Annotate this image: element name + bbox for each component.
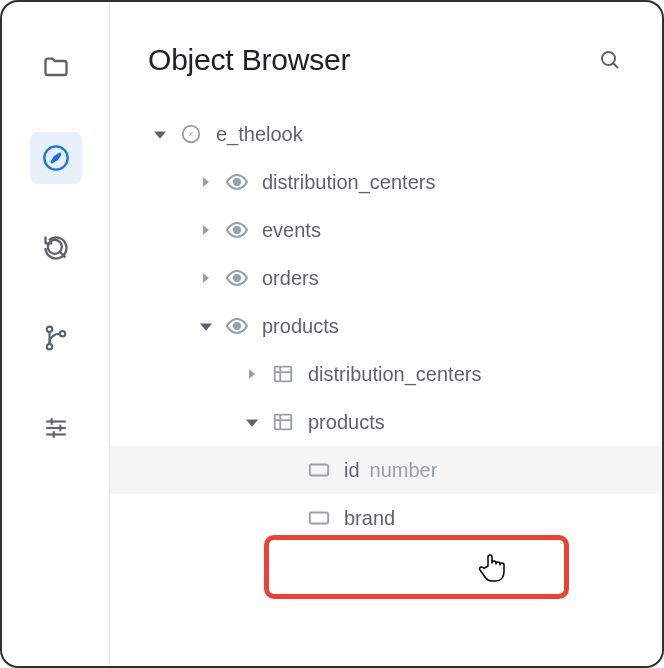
- field-label: brand: [344, 507, 395, 530]
- node-label: orders: [262, 267, 319, 290]
- svg-point-5: [46, 344, 51, 349]
- history-icon: [42, 234, 70, 262]
- search-icon: [598, 48, 622, 72]
- side-rail: [2, 2, 110, 666]
- tree-node-root[interactable]: e_thelook: [110, 110, 662, 158]
- svg-point-4: [46, 327, 51, 332]
- eye-icon: [224, 170, 250, 194]
- field-label: id: [344, 459, 360, 482]
- panel-header: Object Browser: [110, 2, 662, 90]
- tree-node-table[interactable]: products: [110, 398, 662, 446]
- node-label: distribution_centers: [262, 171, 435, 194]
- node-label: products: [262, 315, 339, 338]
- arrow-right-icon: [244, 368, 260, 380]
- table-icon: [270, 363, 296, 385]
- field-type: number: [370, 459, 438, 482]
- arrow-right-icon: [198, 272, 214, 284]
- search-button[interactable]: [592, 42, 628, 78]
- svg-line-14: [613, 63, 618, 68]
- node-label: products: [308, 411, 385, 434]
- arrow-down-icon: [198, 320, 214, 332]
- svg-point-25: [234, 323, 240, 329]
- sliders-icon: [43, 415, 69, 441]
- svg-marker-24: [200, 324, 212, 331]
- svg-marker-26: [249, 369, 255, 379]
- node-label: events: [262, 219, 321, 242]
- table-icon: [270, 411, 296, 433]
- main-panel: Object Browser e_thelook: [110, 2, 662, 666]
- svg-point-2: [47, 240, 61, 254]
- node-label: distribution_centers: [308, 363, 481, 386]
- arrow-right-icon: [198, 224, 214, 236]
- app-frame: Object Browser e_thelook: [0, 0, 664, 668]
- folder-icon: [42, 54, 70, 82]
- svg-rect-31: [275, 415, 292, 430]
- arrow-down-icon: [152, 128, 168, 140]
- svg-point-23: [234, 275, 240, 281]
- rail-folder[interactable]: [30, 42, 82, 94]
- svg-marker-1: [51, 153, 60, 162]
- compass-item-icon: [178, 123, 204, 145]
- tree-node-field[interactable]: brand: [110, 494, 662, 542]
- compass-icon: [42, 144, 70, 172]
- svg-point-19: [234, 179, 240, 185]
- tree-node-field-id[interactable]: id number: [110, 446, 662, 494]
- field-icon: [306, 510, 332, 526]
- panel-title: Object Browser: [148, 43, 592, 77]
- tree-node-view[interactable]: products: [110, 302, 662, 350]
- svg-rect-27: [275, 367, 292, 382]
- arrow-right-icon: [198, 176, 214, 188]
- svg-point-21: [234, 227, 240, 233]
- svg-marker-18: [203, 177, 209, 187]
- svg-rect-35: [310, 513, 328, 524]
- svg-marker-20: [203, 225, 209, 235]
- rail-sliders[interactable]: [30, 402, 82, 454]
- svg-point-6: [59, 331, 64, 336]
- node-label: e_thelook: [216, 123, 303, 146]
- tree-node-view[interactable]: distribution_centers: [110, 158, 662, 206]
- rail-branch[interactable]: [30, 312, 82, 364]
- svg-marker-17: [188, 131, 194, 137]
- eye-icon: [224, 218, 250, 242]
- svg-point-13: [602, 52, 615, 65]
- svg-marker-15: [154, 132, 166, 139]
- eye-icon: [224, 266, 250, 290]
- tree-node-view[interactable]: orders: [110, 254, 662, 302]
- rail-compass[interactable]: [30, 132, 82, 184]
- tree-node-table[interactable]: distribution_centers: [110, 350, 662, 398]
- svg-rect-34: [310, 465, 328, 476]
- object-tree: e_thelook distribution_centers: [110, 90, 662, 666]
- svg-marker-30: [246, 420, 258, 427]
- eye-icon: [224, 314, 250, 338]
- svg-marker-22: [203, 273, 209, 283]
- rail-history[interactable]: [30, 222, 82, 274]
- branch-icon: [43, 325, 69, 351]
- arrow-down-icon: [244, 416, 260, 428]
- field-icon: [306, 462, 332, 478]
- tree-node-view[interactable]: events: [110, 206, 662, 254]
